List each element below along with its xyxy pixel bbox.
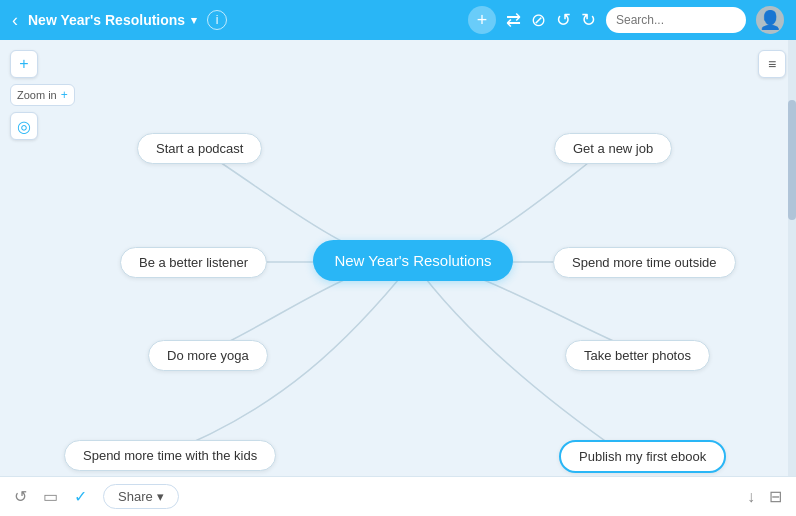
header-actions: + ⇄ ⊘ ↺ ↻ 👤 xyxy=(468,6,784,34)
target-button[interactable]: ◎ xyxy=(10,112,38,140)
add-icon: + xyxy=(477,10,488,31)
block-button[interactable]: ⊘ xyxy=(531,9,546,31)
share-button[interactable]: Share ▾ xyxy=(103,484,179,509)
zoom-control[interactable]: Zoom in + xyxy=(10,84,75,106)
canvas-toolbar: + Zoom in + ◎ xyxy=(10,50,75,140)
share-chevron-icon: ▾ xyxy=(157,489,164,504)
title-text: New Year's Resolutions xyxy=(28,12,185,28)
main-area: + Zoom in + ◎ ≡ xyxy=(0,40,796,516)
node-new-job[interactable]: Get a new job xyxy=(554,133,672,164)
zoom-plus-icon: + xyxy=(61,88,68,102)
node-time-kids[interactable]: Spend more time with the kids xyxy=(64,440,276,471)
title-chevron-icon[interactable]: ▾ xyxy=(191,14,197,27)
center-node[interactable]: New Year's Resolutions xyxy=(313,240,513,281)
collaborate-button[interactable]: ⇄ xyxy=(506,9,521,31)
plus-icon: + xyxy=(19,55,28,73)
node-time-outside[interactable]: Spend more time outside xyxy=(553,247,736,278)
document-title: New Year's Resolutions ▾ xyxy=(28,12,197,28)
info-button[interactable]: i xyxy=(207,10,227,30)
search-input[interactable] xyxy=(616,13,736,27)
node-better-listener[interactable]: Be a better listener xyxy=(120,247,267,278)
check-icon[interactable]: ✓ xyxy=(74,487,87,506)
add-node-button[interactable]: + xyxy=(10,50,38,78)
node-start-podcast[interactable]: Start a podcast xyxy=(137,133,262,164)
back-button[interactable]: ‹ xyxy=(12,10,18,31)
info-icon: i xyxy=(216,13,219,27)
scrollbar-thumb[interactable] xyxy=(788,100,796,220)
history-icon[interactable]: ↺ xyxy=(14,487,27,506)
search-box[interactable] xyxy=(606,7,746,33)
bottom-bar: ↺ ▭ ✓ Share ▾ ↓ ⊟ xyxy=(0,476,796,516)
node-publish-ebook[interactable]: Publish my first ebook xyxy=(559,440,726,473)
app-header: ‹ New Year's Resolutions ▾ i + ⇄ ⊘ ↺ ↻ 👤 xyxy=(0,0,796,40)
node-do-yoga[interactable]: Do more yoga xyxy=(148,340,268,371)
print-icon[interactable]: ⊟ xyxy=(769,487,782,506)
add-button[interactable]: + xyxy=(468,6,496,34)
node-better-photos[interactable]: Take better photos xyxy=(565,340,710,371)
user-avatar[interactable]: 👤 xyxy=(756,6,784,34)
undo-button[interactable]: ↺ xyxy=(556,9,571,31)
zoom-label[interactable]: Zoom in + xyxy=(10,84,75,106)
screen-icon[interactable]: ▭ xyxy=(43,487,58,506)
canvas[interactable]: + Zoom in + ◎ ≡ xyxy=(0,40,796,516)
menu-icon: ≡ xyxy=(768,56,776,72)
download-icon[interactable]: ↓ xyxy=(747,488,755,506)
right-menu-button[interactable]: ≡ xyxy=(758,50,786,78)
redo-button[interactable]: ↻ xyxy=(581,9,596,31)
vertical-scrollbar[interactable] xyxy=(788,40,796,516)
bottom-right-actions: ↓ ⊟ xyxy=(747,487,782,506)
